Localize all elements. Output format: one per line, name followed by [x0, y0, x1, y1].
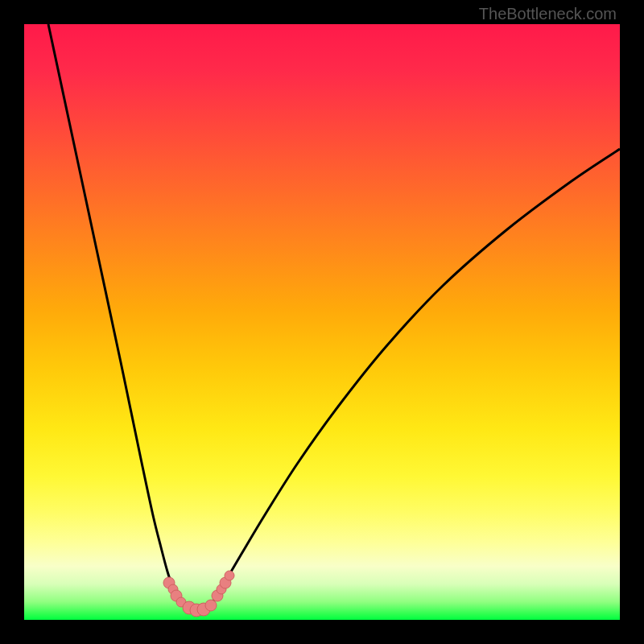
chart-frame	[0, 0, 644, 644]
watermark-text: TheBottleneck.com	[479, 5, 617, 23]
